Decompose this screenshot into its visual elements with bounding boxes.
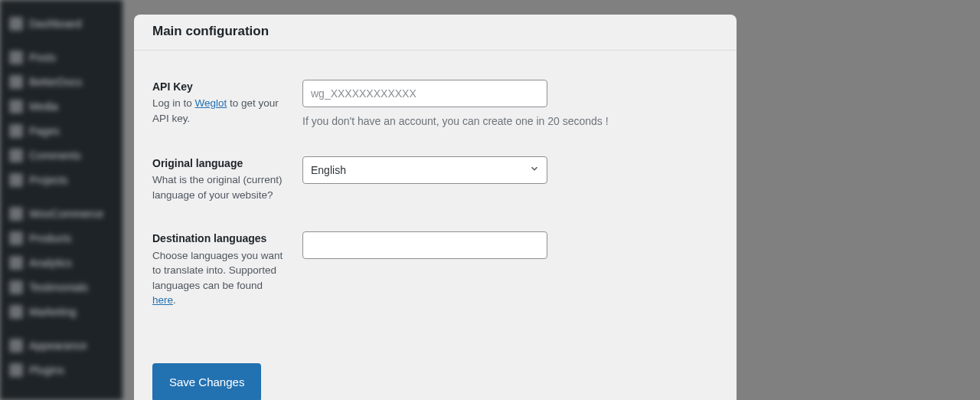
sidebar-item-comments[interactable]: Comments [0, 143, 122, 168]
sidebar-item-label: Dashboard [29, 18, 82, 30]
save-changes-button[interactable]: Save Changes [152, 363, 261, 400]
original-language-row: Original language What is the original (… [134, 156, 737, 202]
sidebar-item-posts[interactable]: Posts [0, 45, 122, 70]
plugins-icon [9, 363, 23, 377]
comments-icon [9, 149, 23, 162]
sidebar-item-testimonials[interactable]: Testimonials [0, 275, 122, 300]
sidebar-item-projects[interactable]: Projects [0, 168, 122, 192]
analytics-icon [9, 256, 23, 270]
sidebar-item-dashboard[interactable]: Dashboard [0, 11, 122, 36]
api-key-label: API Key [152, 80, 287, 93]
sidebar-item-label: Media [29, 100, 58, 113]
panel-title: Main configuration [134, 24, 737, 51]
docs-icon [9, 75, 23, 89]
sidebar-item-label: Marketing [29, 306, 76, 318]
sidebar-item-label: Projects [29, 174, 68, 186]
api-key-hint: If you don't have an account, you can cr… [302, 115, 718, 127]
main-configuration-panel: Main configuration API Key Log in to Weg… [134, 15, 737, 400]
sidebar-item-label: Posts [29, 51, 56, 64]
projects-icon [9, 173, 23, 187]
destination-languages-label: Destination languages [152, 231, 287, 245]
marketing-icon [9, 305, 23, 319]
destination-languages-desc: Choose languages you want to translate i… [152, 248, 287, 308]
media-icon [9, 100, 23, 113]
sidebar-item-label: WooCommerce [29, 208, 103, 220]
dashboard-icon [9, 17, 23, 31]
weglot-link[interactable]: Weglot [195, 97, 227, 109]
sidebar-item-label: Plugins [29, 364, 64, 376]
sidebar-item-woocommerce[interactable]: WooCommerce [0, 202, 122, 226]
sidebar-item-label: Testimonials [29, 281, 88, 293]
testimonials-icon [9, 280, 23, 294]
appearance-icon [9, 339, 23, 352]
original-language-label: Original language [152, 156, 287, 170]
supported-languages-link[interactable]: here [152, 294, 173, 306]
posts-icon [9, 51, 23, 64]
destination-languages-row: Destination languages Choose languages y… [134, 231, 737, 307]
api-key-input[interactable] [302, 80, 547, 107]
destination-languages-input[interactable] [302, 231, 547, 259]
sidebar-item-appearance[interactable]: Appearance [0, 333, 122, 358]
original-language-select[interactable]: English [302, 156, 547, 184]
sidebar-item-analytics[interactable]: Analytics [0, 251, 122, 275]
sidebar-item-label: Products [29, 232, 71, 244]
woocommerce-icon [9, 207, 23, 221]
sidebar-item-pages[interactable]: Pages [0, 119, 122, 143]
sidebar-item-label: Comments [29, 149, 81, 162]
original-language-desc: What is the original (current) language … [152, 172, 287, 202]
pages-icon [9, 124, 23, 138]
sidebar-item-label: Pages [29, 125, 60, 137]
sidebar-item-media[interactable]: Media [0, 94, 122, 119]
products-icon [9, 231, 23, 245]
admin-sidebar: Dashboard Posts BetterDocs Media Pages C… [0, 0, 122, 400]
sidebar-item-label: Analytics [29, 257, 72, 269]
api-key-row: API Key Log in to Weglot to get your API… [134, 80, 737, 127]
sidebar-item-products[interactable]: Products [0, 226, 122, 251]
sidebar-item-plugins[interactable]: Plugins [0, 358, 122, 382]
sidebar-item-betterdocs[interactable]: BetterDocs [0, 70, 122, 94]
sidebar-item-label: BetterDocs [29, 76, 82, 88]
api-key-desc: Log in to Weglot to get your API key. [152, 96, 287, 126]
sidebar-item-marketing[interactable]: Marketing [0, 300, 122, 324]
sidebar-item-label: Appearance [29, 339, 87, 352]
